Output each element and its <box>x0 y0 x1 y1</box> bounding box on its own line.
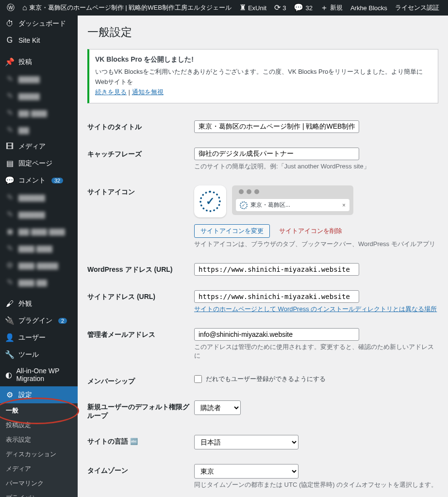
new-text: 新規 <box>330 3 343 12</box>
menu-plugins-label: プラグイン <box>18 316 52 325</box>
settings-submenu: 一般 投稿設定 表示設定 ディスカッション メディア パーマリンク プライバシー <box>0 403 78 497</box>
menu-media[interactable]: 🎞メディア <box>0 138 78 155</box>
site-name-link[interactable]: ⌂東京・葛飾区のホームページ制作 | 戦略的WEB制作工房エルタジェール <box>18 0 235 16</box>
exunit-text: ExUnit <box>248 4 266 12</box>
brush-icon: 🖌 <box>5 299 15 308</box>
menu-settings-label: 設定 <box>18 391 32 399</box>
updates-count: 3 <box>282 4 286 12</box>
menu-blurred[interactable]: ✎▇▇▇ ▇▇ <box>0 274 78 291</box>
exunit-icon: ♜ <box>239 4 246 12</box>
menu-posts[interactable]: 📌投稿 <box>0 53 78 70</box>
remove-icon-link[interactable]: サイトアイコンを削除 <box>279 227 342 234</box>
menu-aio-migration[interactable]: ◐All-in-One WP Migration <box>0 363 78 386</box>
page-icon: ▤ <box>5 159 15 168</box>
label-default-role: 新規ユーザーのデフォルト権限グループ <box>87 400 194 420</box>
input-site-title[interactable] <box>194 120 359 133</box>
close-icon: × <box>342 202 346 209</box>
menu-settings[interactable]: ⚙設定 <box>0 386 78 403</box>
submenu-discussion[interactable]: ディスカッション <box>0 447 78 462</box>
submenu-general[interactable]: 一般 <box>0 403 78 418</box>
menu-appearance-label: 外観 <box>18 299 32 308</box>
menu-comments[interactable]: 💬コメント32 <box>0 172 78 189</box>
menu-blurred[interactable]: ◼▇▇ ▇▇▇ ▇▇▇ <box>0 223 78 240</box>
notice-more-link[interactable]: 続きを見る <box>95 88 127 96</box>
menu-tools[interactable]: 🔧ツール <box>0 346 78 363</box>
arkhe-link[interactable]: Arkhe Blocks <box>347 0 391 16</box>
row-admin-email: 管理者メールアドレス このアドレスは管理のために使用されます。変更すると、確認の… <box>87 321 438 367</box>
media-icon: 🎞 <box>5 142 15 151</box>
siteurl-desc-link[interactable]: サイトのホームページとして WordPress のインストールディレクトリとは異… <box>194 305 437 313</box>
pin-icon: 📌 <box>5 57 15 66</box>
label-wpurl: WordPress アドレス (URL) <box>87 263 194 274</box>
wrench-icon: 🔧 <box>5 350 15 359</box>
updates-link[interactable]: ⟳3 <box>270 0 290 16</box>
menu-users[interactable]: 👤ユーザー <box>0 329 78 346</box>
row-timezone: タイムゾーン 東京 同じタイムゾーンの都市または UTC (協定世界時) のタイ… <box>87 457 438 497</box>
menu-blurred[interactable]: ✎▇▇▇ ▇▇▇ <box>0 240 78 257</box>
submenu-permalink[interactable]: パーマリンク <box>0 476 78 491</box>
desc-timezone: 同じタイムゾーンの都市または UTC (協定世界時) のタイムオフセットを選択し… <box>194 480 438 489</box>
plugin-icon: 🔌 <box>5 316 15 325</box>
menu-blurred[interactable]: ✎▇▇▇▇ <box>0 70 78 87</box>
comments-count: 32 <box>305 4 312 12</box>
input-siteurl[interactable] <box>194 290 359 303</box>
comments-link[interactable]: 💬32 <box>290 0 316 16</box>
dashboard-icon: ⏱ <box>5 19 15 28</box>
exunit-link[interactable]: ♜ExUnit <box>235 0 270 16</box>
menu-tools-label: ツール <box>18 350 39 359</box>
notice-vkblocks: VK Blocks Pro を公開しました! いつもVK Blocksをご利用い… <box>87 49 438 103</box>
comment-icon: 💬 <box>294 4 303 12</box>
wp-logo[interactable]: ⓦ <box>3 0 18 16</box>
new-link[interactable]: ＋新規 <box>316 0 347 16</box>
menu-plugins[interactable]: 🔌プラグイン2 <box>0 312 78 329</box>
membership-text: だれでもユーザー登録ができるようにする <box>206 375 326 383</box>
menu-blurred[interactable]: ✎▇▇▇▇▇ <box>0 206 78 223</box>
notice-body-text: いつもVK Blocksをご利用いただきありがとうございます。この度、VK Bl… <box>95 68 423 85</box>
menu-media-label: メディア <box>18 142 46 151</box>
input-admin-email[interactable] <box>194 328 359 341</box>
input-tagline[interactable] <box>194 148 359 160</box>
menu-posts-label: 投稿 <box>18 58 32 66</box>
row-membership: メンバーシップ だれでもユーザー登録ができるようにする <box>87 367 438 393</box>
label-tagline: キャッチフレーズ <box>87 148 194 159</box>
settings-form: サイトのタイトル キャッチフレーズ このサイトの簡単な説明。例:「Just an… <box>87 113 438 497</box>
menu-dashboard[interactable]: ⏱ダッシュボード <box>0 16 78 32</box>
menu-blurred[interactable]: ✎▇▇ ▇▇▇ <box>0 104 78 121</box>
migration-icon: ◐ <box>5 370 13 380</box>
input-wpurl[interactable] <box>194 263 359 276</box>
settings-icon: ⚙ <box>5 390 15 399</box>
menu-sitekit-label: Site Kit <box>18 36 40 44</box>
submenu-media[interactable]: メディア <box>0 462 78 476</box>
desc-site-icon: サイトアイコンは、ブラウザのタブ、ブックマークバー、WordPress モバイル… <box>194 240 438 248</box>
menu-blurred[interactable]: ✎▇▇▇▇ <box>0 87 78 104</box>
submenu-reading[interactable]: 表示設定 <box>0 432 78 447</box>
submenu-privacy[interactable]: プライバシー <box>0 491 78 497</box>
admin-toolbar: ⓦ ⌂東京・葛飾区のホームページ制作 | 戦略的WEB制作工房エルタジェール ♜… <box>0 0 448 16</box>
desc-tagline: このサイトの簡単な説明。例:「Just another WordPress si… <box>194 162 438 171</box>
select-default-role[interactable]: 購読者 <box>194 400 241 415</box>
google-icon: G <box>5 36 15 45</box>
desc-admin-email: このアドレスは管理のために使用されます。変更すると、確認のため新しいアドレスに <box>194 343 438 360</box>
menu-blurred[interactable]: ✎▇▇ <box>0 121 78 138</box>
menu-blurred[interactable]: ✎▇▇▇▇▇ <box>0 189 78 206</box>
menu-sitekit[interactable]: GSite Kit <box>0 32 78 49</box>
checkbox-membership[interactable] <box>194 375 202 383</box>
menu-appearance[interactable]: 🖌外観 <box>0 296 78 312</box>
submenu-writing[interactable]: 投稿設定 <box>0 418 78 432</box>
select-timezone[interactable]: 東京 <box>194 464 299 479</box>
row-language: サイトの言語🔤 日本語 <box>87 428 438 457</box>
select-language[interactable]: 日本語 <box>194 435 299 449</box>
label-site-title: サイトのタイトル <box>87 120 194 132</box>
change-icon-button[interactable]: サイトアイコンを変更 <box>194 224 270 238</box>
admin-sidebar: ⏱ダッシュボード GSite Kit 📌投稿 ✎▇▇▇▇ ✎▇▇▇▇ ✎▇▇ ▇… <box>0 16 78 497</box>
notice-dismiss-link[interactable]: 通知を無視 <box>132 88 164 96</box>
label-admin-email: 管理者メールアドレス <box>87 328 194 339</box>
logo-icon: ✓ <box>199 191 221 212</box>
plugins-badge: 2 <box>58 318 67 324</box>
tab-preview: ✓ 東京・葛飾区... × <box>236 199 349 211</box>
menu-pages[interactable]: ▤固定ページ <box>0 155 78 172</box>
license-link[interactable]: ライセンス認証 <box>391 0 443 16</box>
menu-blurred[interactable]: ⚙▇▇▇-▇▇▇▇ <box>0 257 78 274</box>
comment-icon: 💬 <box>5 176 15 185</box>
notice-body: いつもVK Blocksをご利用いただきありがとうございます。この度、VK Bl… <box>95 67 432 97</box>
